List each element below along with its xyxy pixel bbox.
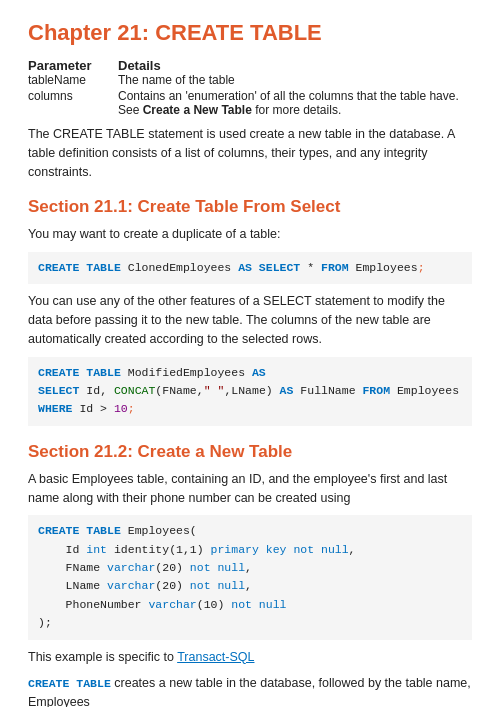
param-table: Parameter Details tableName The name of …: [28, 58, 472, 117]
section21-1-para1: You may want to create a duplicate of a …: [28, 225, 472, 244]
section21-2-para1: A basic Employees table, containing an I…: [28, 470, 472, 508]
section21-1-code2: CREATE TABLE ModifiedEmployees AS SELECT…: [28, 357, 472, 426]
detail-columns: Contains an 'enumeration' of all the col…: [118, 89, 472, 117]
section21-2-code1: CREATE TABLE Employees( Id int identity(…: [28, 515, 472, 639]
section-21-2-title: Section 21.2: Create a New Table: [28, 442, 472, 462]
detail-header: Details: [118, 58, 161, 73]
detail-tablename: The name of the table: [118, 73, 472, 87]
section21-2-para3: CREATE TABLE creates a new table in the …: [28, 674, 472, 707]
param-header: Parameter: [28, 58, 118, 73]
param-columns: columns: [28, 89, 118, 117]
section21-1-code1: CREATE TABLE ClonedEmployees AS SELECT *…: [28, 252, 472, 284]
param-tablename: tableName: [28, 73, 118, 87]
intro-text: The CREATE TABLE statement is used creat…: [28, 125, 472, 181]
section21-1-para2: You can use any of the other features of…: [28, 292, 472, 348]
section-21-1-title: Section 21.1: Create Table From Select: [28, 197, 472, 217]
chapter-title: Chapter 21: CREATE TABLE: [28, 20, 472, 46]
transact-sql-link[interactable]: Transact-SQL: [177, 650, 254, 664]
section21-2-para2: This example is specific to Transact-SQL: [28, 648, 472, 667]
